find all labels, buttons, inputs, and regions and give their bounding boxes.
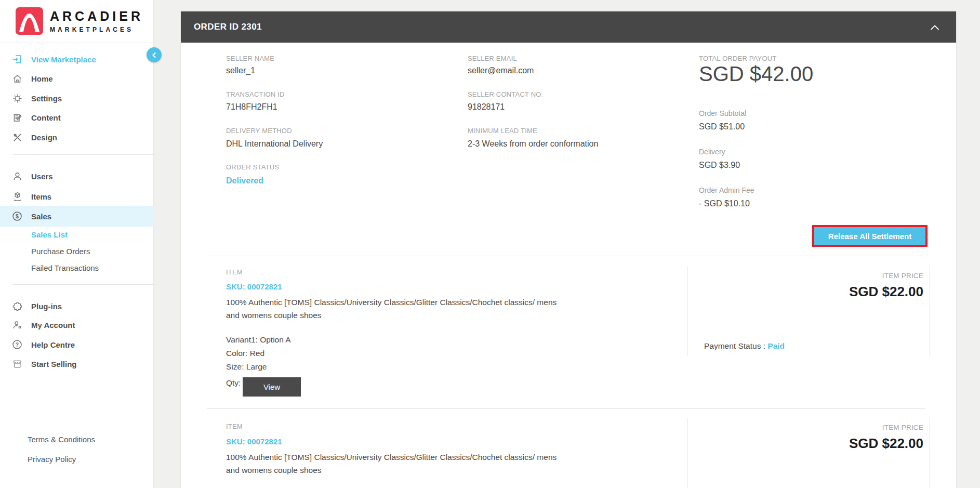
sidebar-subitem-label: Purchase Orders [31,247,90,256]
sidebar-item-start-selling[interactable]: Start Selling [0,354,154,374]
logo-block: ARCADIER MARKETPLACES [0,0,154,43]
chevron-left-icon [151,52,157,58]
sidebar-item-sales[interactable]: $ Sales [0,206,154,227]
seller-email-value: seller@email.com [468,66,534,75]
order-header-bar: ORDER ID 2301 [181,11,956,43]
item-variant: Variant1: Option A [226,335,291,345]
seller-contact-value: 91828171 [468,102,505,112]
transaction-id-value: 71H8FH2FH1 [226,102,277,112]
storefront-icon [11,358,23,370]
payment-status: Payment Status : Paid [704,341,785,351]
view-item-button[interactable]: View [243,377,301,397]
question-circle-icon: ? [11,339,23,350]
sidebar-divider [13,154,153,155]
item-price-label: ITEM PRICE [882,424,923,431]
home-icon [11,73,23,84]
sidebar-item-users[interactable]: Users [0,166,154,186]
delivery-method-label: DELIVERY METHOD [226,127,292,135]
item-label: ITEM [226,268,243,276]
item-price-cell: ITEM PRICE SGD $22.00 Payment Status : P… [687,267,930,356]
seller-contact-label: SELLER CONTACT NO. [468,90,543,98]
item-label: ITEM [226,423,243,430]
sidebar-item-label: Design [31,133,57,142]
brand-subtitle: MARKETPLACES [50,25,143,34]
item-price-label: ITEM PRICE [882,272,923,280]
sidebar-divider [13,284,153,285]
dollar-circle-icon: $ [11,210,23,222]
svg-text:?: ? [16,341,19,348]
sidebar-subitem-label: Sales List [31,230,68,239]
sidebar-item-label: Content [31,113,61,122]
payment-status-value[interactable]: Paid [767,341,785,350]
seller-name-label: SELLER NAME [226,55,274,62]
payment-status-label: Payment Status : [704,341,767,350]
chevron-up-icon [928,21,942,34]
sidebar-item-view-marketplace[interactable]: View Marketplace [0,49,154,69]
sidebar-item-settings[interactable]: Settings [0,88,154,108]
section-divider [207,256,925,256]
hand-box-icon [11,191,23,202]
lead-time-value: 2-3 Weeks from order conformation [468,139,598,149]
sidebar-item-failed-transactions[interactable]: Failed Transactions [31,260,145,275]
delivery-fee-value: SGD $3.90 [699,161,740,170]
pencil-ruler-icon [11,131,23,143]
sidebar-item-label: Start Selling [31,360,77,368]
sidebar-item-purchase-orders[interactable]: Purchase Orders [31,243,145,259]
item-price-value: SGD $22.00 [849,436,923,452]
admin-fee-value: - SGD $10.10 [699,199,750,208]
sidebar-item-my-account[interactable]: My Account [0,315,154,335]
sidebar-item-label: Sales [31,212,51,221]
item-price-cell: ITEM PRICE SGD $22.00 [687,418,930,488]
release-all-settlement-button[interactable]: Release All Settlement [812,225,928,247]
delivery-fee-label: Delivery [699,148,725,156]
arcadier-logo-icon [16,7,43,35]
sidebar-item-content[interactable]: Content [0,108,154,127]
order-id-title: ORDER ID 2301 [194,11,262,43]
sidebar-item-help-centre[interactable]: ? Help Centre [0,335,154,354]
item-title: 100% Authentic [TOMS] Classics/Universit… [226,451,564,477]
release-button-label: Release All Settlement [828,232,911,241]
puzzle-icon [11,300,23,312]
sidebar-item-label: My Account [31,321,75,329]
item-color: Color: Red [226,349,264,358]
sidebar-item-label: Home [31,74,53,83]
sidebar-item-items[interactable]: Items [0,187,154,206]
sidebar-item-label: Settings [31,94,62,103]
item-size: Size: Large [226,362,267,372]
order-subtotal-value: SGD $51.00 [699,122,745,131]
footer-link-label: Terms & Conditions [28,435,95,444]
section-divider [207,408,925,409]
item-sku-link[interactable]: SKU: 00072821 [226,437,282,446]
item-price-value: SGD $22.00 [849,284,923,300]
order-detail-panel: ORDER ID 2301 SELLER NAME seller_1 TRANS… [181,11,956,488]
sidebar-collapse-button[interactable] [147,47,162,62]
sidebar-item-label: View Marketplace [31,55,96,64]
item-sku-link[interactable]: SKU: 00072821 [226,282,282,291]
order-status-label: ORDER STATUS [226,163,279,171]
sidebar-subitem-label: Failed Transactions [31,263,99,272]
person-icon [11,170,23,182]
sidebar-item-plug-ins[interactable]: Plug-ins [0,296,154,316]
lead-time-label: MINIMUM LEAD TIME [468,127,537,135]
exit-arrow-icon [11,54,23,65]
sidebar-item-home[interactable]: Home [0,69,154,88]
transaction-id-label: TRANSACTION ID [226,90,285,98]
seller-name-value: seller_1 [226,66,255,75]
privacy-policy-link[interactable]: Privacy Policy [28,451,76,467]
sidebar-item-label: Plug-ins [31,302,62,311]
admin-fee-label: Order Admin Fee [699,186,754,194]
item-title: 100% Authentic [TOMS] Classics/Universit… [226,296,564,322]
sidebar-item-design[interactable]: Design [0,127,154,147]
sidebar-item-label: Help Centre [31,340,75,349]
collapse-order-button[interactable] [928,21,942,34]
gear-icon [11,93,23,104]
seller-email-label: SELLER EMAIL [468,55,517,62]
sidebar: ARCADIER MARKETPLACES View Marketplace H… [0,0,154,488]
sidebar-item-sales-list[interactable]: Sales List [31,227,145,242]
order-status-value[interactable]: Delivered [226,176,263,186]
person-gear-icon [11,319,23,331]
sidebar-item-label: Users [31,172,53,181]
sidebar-item-label: Items [31,192,51,201]
brand-name: ARCADIER [50,9,143,23]
terms-and-conditions-link[interactable]: Terms & Conditions [28,431,95,447]
